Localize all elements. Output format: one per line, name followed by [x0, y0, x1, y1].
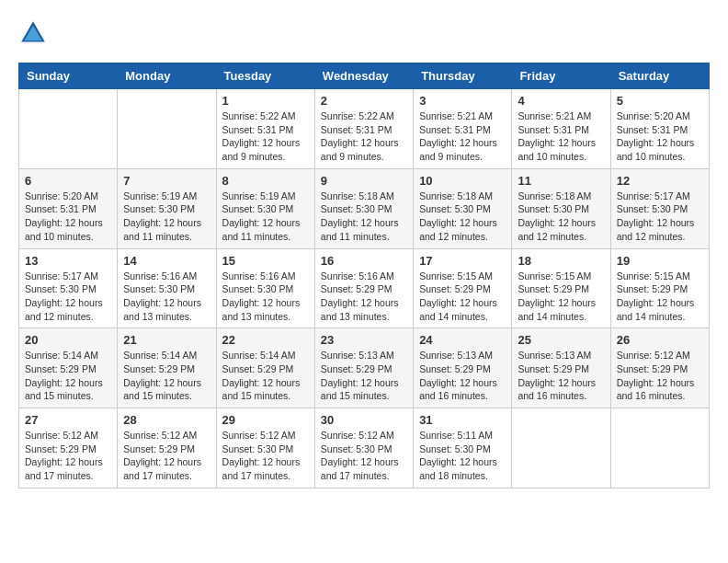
calendar-cell: 12Sunrise: 5:17 AM Sunset: 5:30 PM Dayli… — [610, 168, 709, 248]
calendar-cell: 26Sunrise: 5:12 AM Sunset: 5:29 PM Dayli… — [610, 328, 709, 408]
header-cell-wednesday: Wednesday — [314, 63, 413, 89]
day-number: 15 — [222, 254, 309, 268]
day-number: 20 — [25, 333, 111, 347]
calendar-cell: 25Sunrise: 5:13 AM Sunset: 5:29 PM Dayli… — [512, 328, 610, 408]
header-cell-thursday: Thursday — [414, 63, 512, 89]
calendar-cell: 4Sunrise: 5:21 AM Sunset: 5:31 PM Daylig… — [512, 89, 610, 169]
day-number: 22 — [222, 333, 309, 347]
day-number: 23 — [321, 333, 407, 347]
calendar-cell — [19, 89, 118, 169]
day-info: Sunrise: 5:14 AM Sunset: 5:29 PM Dayligh… — [123, 349, 210, 403]
day-info: Sunrise: 5:13 AM Sunset: 5:29 PM Dayligh… — [419, 349, 506, 403]
calendar-cell: 19Sunrise: 5:15 AM Sunset: 5:29 PM Dayli… — [610, 248, 709, 328]
calendar-cell: 27Sunrise: 5:12 AM Sunset: 5:29 PM Dayli… — [19, 408, 118, 488]
calendar-cell: 22Sunrise: 5:14 AM Sunset: 5:29 PM Dayli… — [216, 328, 314, 408]
day-number: 29 — [222, 413, 309, 427]
day-info: Sunrise: 5:17 AM Sunset: 5:30 PM Dayligh… — [617, 190, 703, 244]
day-info: Sunrise: 5:21 AM Sunset: 5:31 PM Dayligh… — [518, 109, 604, 164]
day-number: 21 — [123, 333, 210, 347]
day-info: Sunrise: 5:15 AM Sunset: 5:29 PM Dayligh… — [419, 270, 506, 324]
day-number: 9 — [321, 174, 407, 188]
calendar-cell: 28Sunrise: 5:12 AM Sunset: 5:29 PM Dayli… — [118, 408, 216, 488]
calendar: SundayMondayTuesdayWednesdayThursdayFrid… — [18, 63, 710, 488]
day-number: 26 — [617, 333, 703, 347]
calendar-cell: 15Sunrise: 5:16 AM Sunset: 5:30 PM Dayli… — [216, 248, 314, 328]
calendar-cell: 3Sunrise: 5:21 AM Sunset: 5:31 PM Daylig… — [414, 89, 512, 169]
day-info: Sunrise: 5:12 AM Sunset: 5:29 PM Dayligh… — [123, 429, 210, 483]
day-info: Sunrise: 5:18 AM Sunset: 5:30 PM Dayligh… — [321, 190, 407, 244]
header-cell-friday: Friday — [512, 63, 610, 89]
day-number: 3 — [419, 94, 506, 108]
day-info: Sunrise: 5:20 AM Sunset: 5:31 PM Dayligh… — [25, 190, 111, 244]
day-number: 10 — [419, 174, 506, 188]
calendar-cell: 23Sunrise: 5:13 AM Sunset: 5:29 PM Dayli… — [314, 328, 413, 408]
day-info: Sunrise: 5:18 AM Sunset: 5:30 PM Dayligh… — [419, 190, 506, 244]
day-info: Sunrise: 5:16 AM Sunset: 5:30 PM Dayligh… — [222, 270, 309, 324]
day-number: 13 — [25, 254, 111, 268]
header-row: SundayMondayTuesdayWednesdayThursdayFrid… — [19, 63, 710, 89]
calendar-cell: 31Sunrise: 5:11 AM Sunset: 5:30 PM Dayli… — [414, 408, 512, 488]
header-cell-monday: Monday — [118, 63, 216, 89]
day-number: 4 — [518, 94, 604, 108]
week-row: 6Sunrise: 5:20 AM Sunset: 5:31 PM Daylig… — [19, 168, 710, 248]
calendar-cell: 24Sunrise: 5:13 AM Sunset: 5:29 PM Dayli… — [414, 328, 512, 408]
day-number: 25 — [518, 333, 604, 347]
day-info: Sunrise: 5:18 AM Sunset: 5:30 PM Dayligh… — [518, 190, 604, 244]
day-info: Sunrise: 5:13 AM Sunset: 5:29 PM Dayligh… — [321, 349, 407, 403]
calendar-cell: 18Sunrise: 5:15 AM Sunset: 5:29 PM Dayli… — [512, 248, 610, 328]
day-number: 16 — [321, 254, 407, 268]
header-cell-tuesday: Tuesday — [216, 63, 314, 89]
day-number: 30 — [321, 413, 407, 427]
calendar-cell: 5Sunrise: 5:20 AM Sunset: 5:31 PM Daylig… — [610, 89, 709, 169]
calendar-cell: 20Sunrise: 5:14 AM Sunset: 5:29 PM Dayli… — [19, 328, 118, 408]
day-number: 7 — [123, 174, 210, 188]
day-info: Sunrise: 5:16 AM Sunset: 5:29 PM Dayligh… — [321, 270, 407, 324]
calendar-cell: 7Sunrise: 5:19 AM Sunset: 5:30 PM Daylig… — [118, 168, 216, 248]
day-info: Sunrise: 5:21 AM Sunset: 5:31 PM Dayligh… — [419, 109, 506, 164]
calendar-cell: 9Sunrise: 5:18 AM Sunset: 5:30 PM Daylig… — [314, 168, 413, 248]
day-number: 18 — [518, 254, 604, 268]
calendar-cell: 2Sunrise: 5:22 AM Sunset: 5:31 PM Daylig… — [314, 89, 413, 169]
day-number: 28 — [123, 413, 210, 427]
day-info: Sunrise: 5:11 AM Sunset: 5:30 PM Dayligh… — [419, 429, 506, 483]
day-number: 24 — [419, 333, 506, 347]
day-info: Sunrise: 5:12 AM Sunset: 5:30 PM Dayligh… — [321, 429, 407, 483]
logo-icon — [18, 18, 48, 48]
calendar-cell: 30Sunrise: 5:12 AM Sunset: 5:30 PM Dayli… — [314, 408, 413, 488]
day-info: Sunrise: 5:19 AM Sunset: 5:30 PM Dayligh… — [123, 190, 210, 244]
day-info: Sunrise: 5:13 AM Sunset: 5:29 PM Dayligh… — [518, 349, 604, 403]
calendar-cell: 13Sunrise: 5:17 AM Sunset: 5:30 PM Dayli… — [19, 248, 118, 328]
day-number: 2 — [321, 94, 407, 108]
calendar-cell — [118, 89, 216, 169]
day-info: Sunrise: 5:20 AM Sunset: 5:31 PM Dayligh… — [617, 109, 703, 164]
calendar-cell: 17Sunrise: 5:15 AM Sunset: 5:29 PM Dayli… — [414, 248, 512, 328]
day-info: Sunrise: 5:15 AM Sunset: 5:29 PM Dayligh… — [518, 270, 604, 324]
day-info: Sunrise: 5:17 AM Sunset: 5:30 PM Dayligh… — [25, 270, 111, 324]
day-number: 6 — [25, 174, 111, 188]
calendar-cell: 14Sunrise: 5:16 AM Sunset: 5:30 PM Dayli… — [118, 248, 216, 328]
day-number: 1 — [222, 94, 309, 108]
day-number: 17 — [419, 254, 506, 268]
day-info: Sunrise: 5:22 AM Sunset: 5:31 PM Dayligh… — [222, 109, 309, 164]
calendar-cell: 1Sunrise: 5:22 AM Sunset: 5:31 PM Daylig… — [216, 89, 314, 169]
calendar-cell: 29Sunrise: 5:12 AM Sunset: 5:30 PM Dayli… — [216, 408, 314, 488]
week-row: 20Sunrise: 5:14 AM Sunset: 5:29 PM Dayli… — [19, 328, 710, 408]
day-number: 31 — [419, 413, 506, 427]
day-info: Sunrise: 5:16 AM Sunset: 5:30 PM Dayligh… — [123, 270, 210, 324]
calendar-cell: 11Sunrise: 5:18 AM Sunset: 5:30 PM Dayli… — [512, 168, 610, 248]
calendar-cell: 10Sunrise: 5:18 AM Sunset: 5:30 PM Dayli… — [414, 168, 512, 248]
week-row: 1Sunrise: 5:22 AM Sunset: 5:31 PM Daylig… — [19, 89, 710, 169]
calendar-cell: 6Sunrise: 5:20 AM Sunset: 5:31 PM Daylig… — [19, 168, 118, 248]
day-info: Sunrise: 5:14 AM Sunset: 5:29 PM Dayligh… — [222, 349, 309, 403]
day-info: Sunrise: 5:12 AM Sunset: 5:30 PM Dayligh… — [222, 429, 309, 483]
day-number: 11 — [518, 174, 604, 188]
day-info: Sunrise: 5:15 AM Sunset: 5:29 PM Dayligh… — [617, 270, 703, 324]
day-info: Sunrise: 5:22 AM Sunset: 5:31 PM Dayligh… — [321, 109, 407, 164]
calendar-cell — [512, 408, 610, 488]
calendar-cell: 8Sunrise: 5:19 AM Sunset: 5:30 PM Daylig… — [216, 168, 314, 248]
week-row: 27Sunrise: 5:12 AM Sunset: 5:29 PM Dayli… — [19, 408, 710, 488]
day-info: Sunrise: 5:12 AM Sunset: 5:29 PM Dayligh… — [617, 349, 703, 403]
calendar-cell — [610, 408, 709, 488]
header-cell-saturday: Saturday — [610, 63, 709, 89]
header-cell-sunday: Sunday — [19, 63, 118, 89]
